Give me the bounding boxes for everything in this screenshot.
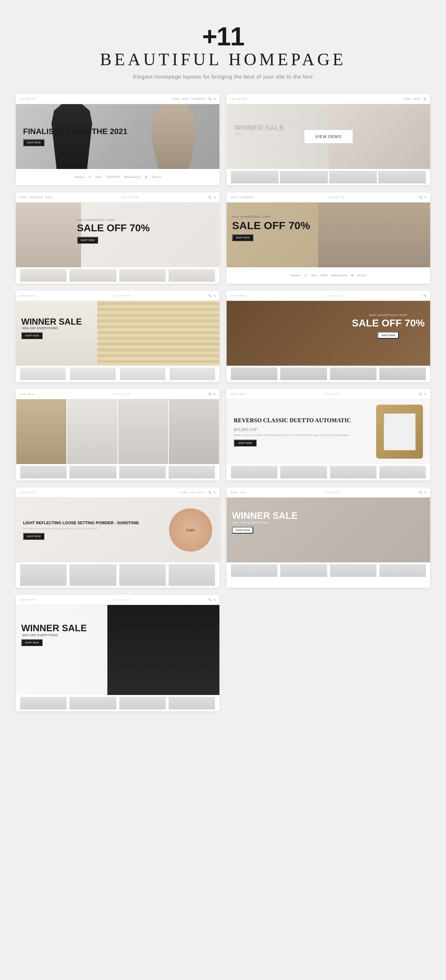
card-10-shop-button[interactable]: SHOP NOW bbox=[232, 527, 253, 534]
card-5-footer-img-3 bbox=[120, 368, 166, 380]
card-9-shop-button[interactable]: SHOP NOW bbox=[23, 533, 44, 540]
card-9-nav-icons: 🔍 🛍 bbox=[208, 491, 216, 494]
card-7-photo-1 bbox=[16, 399, 66, 464]
card-8-footer-img-1 bbox=[231, 466, 277, 479]
card-7-nav-icons: 🔍 🛍 bbox=[208, 393, 216, 396]
card-6-nav-links: SHOP BLOG bbox=[230, 294, 246, 297]
search-icon: 🔍 bbox=[208, 196, 212, 199]
card-6-headline: SALE OFF 70% bbox=[352, 318, 425, 329]
card-4-nav-links: SHOP LOOKBOOK bbox=[230, 196, 254, 199]
view-demo-button[interactable]: VIEW DEMO bbox=[304, 130, 353, 143]
card-5-footer bbox=[16, 366, 220, 382]
card-10-footer bbox=[226, 562, 430, 579]
card-9-product-name: LIGHT REFLECTING LOOSE SETTING POWDER - … bbox=[23, 520, 169, 525]
card-11-footer bbox=[16, 695, 220, 711]
card-2-winner-text: WINNER SALE -30% bbox=[234, 124, 284, 136]
homepage-card-9: JULIETTE HOME SHOP BLOG 🔍 🛍 LIGHT REFLEC… bbox=[16, 487, 220, 588]
card-3-hero: BASIC ASYMMETRICAL T-SHIRT SALE OFF 70% … bbox=[16, 202, 220, 267]
homepage-card-2: JULIETTE HOME SHOP 🔍 WINNER SALE -30% VI… bbox=[226, 94, 430, 185]
card-6-shop-button[interactable]: SHOP NOW bbox=[378, 332, 399, 339]
card-8-nav: SHOP BLOG JULIETTE 🔍 🛍 bbox=[226, 389, 430, 399]
card-1-hero: FINALISTS FROM THE 2021 SHOP NOW bbox=[16, 104, 220, 169]
card-2-nav-icons: 🔍 bbox=[423, 98, 427, 100]
card-3-nav-icons: 🔍 🛍 bbox=[208, 196, 216, 199]
card-5-shop-button[interactable]: SHOP NOW bbox=[21, 332, 43, 339]
homepage-card-5: SHOP BLOG JULIETTE 🔍 🛍 WINNER SALE -30% … bbox=[16, 291, 220, 382]
brand-3: Helio bbox=[96, 175, 102, 179]
hero-title: BEAUTIFUL HOMEPAGE bbox=[100, 49, 346, 69]
card-4-shop-button[interactable]: SHOP NOW bbox=[232, 234, 253, 241]
card-9-powder-image: NARS bbox=[169, 508, 212, 552]
card-7-hero bbox=[16, 399, 220, 464]
brand-7: ZELDA bbox=[152, 175, 161, 179]
bag-icon: 🛍 bbox=[424, 491, 427, 494]
card-5-footer-img-2 bbox=[70, 368, 115, 380]
brand-x: ⊠ bbox=[351, 274, 354, 277]
card-2-logo: JULIETTE bbox=[230, 98, 247, 100]
brand-simone: Simonne bbox=[290, 274, 300, 277]
card-9-footer bbox=[16, 562, 220, 588]
card-10-nav-icons: 🔍 🛍 bbox=[419, 491, 427, 494]
card-10-headline: WINNER SALE bbox=[232, 511, 298, 521]
card-2-footer-img-2 bbox=[280, 171, 328, 183]
card-8-footer bbox=[226, 464, 430, 480]
card-4-model bbox=[318, 202, 430, 267]
card-10-nav-links: HOME SHOP bbox=[230, 491, 247, 494]
card-1-model-right bbox=[148, 104, 199, 169]
card-3-footer bbox=[16, 267, 220, 283]
card-1-shop-button[interactable]: SHOP NOW bbox=[23, 140, 44, 146]
bag-icon: 🛍 bbox=[213, 393, 216, 396]
card-1-nav-icons: 🔍 🛍 bbox=[208, 98, 216, 100]
card-11-shop-button[interactable]: SHOP NOW bbox=[21, 639, 43, 646]
card-8-footer-img-4 bbox=[379, 466, 426, 479]
grid-container: JULIETTE HOME SHOP LOOKBOOK 🔍 🛍 FINALIST… bbox=[16, 94, 430, 711]
card-3-nav: SHOP LOOKBOOK BLOG JULIETTE 🔍 🛍 bbox=[16, 192, 220, 202]
card-9-nav-links: HOME SHOP BLOG bbox=[180, 491, 205, 494]
card-8-product-text: REVERSO CLASSIC DUETTO AUTOMATIC $25,800… bbox=[234, 417, 376, 447]
card-7-footer-img-3 bbox=[119, 466, 166, 479]
card-10-footer-img-4 bbox=[379, 564, 426, 577]
card-11-footer-img-3 bbox=[119, 697, 166, 710]
card-11-nav: SHOP BLOG JULIETTE 🔍 🛍 bbox=[16, 595, 220, 605]
card-8-product-name: REVERSO CLASSIC DUETTO AUTOMATIC bbox=[234, 417, 369, 425]
hero-section: +11 BEAUTIFUL HOMEPAGE Elegant homepage … bbox=[100, 22, 346, 80]
card-4-headline: SALE OFF 70% bbox=[232, 220, 310, 231]
card-8-hero: REVERSO CLASSIC DUETTO AUTOMATIC $25,800… bbox=[226, 399, 430, 464]
card-7-photo-3 bbox=[118, 399, 168, 464]
card-6-nav-icons: 🔍 bbox=[423, 294, 427, 297]
card-11-footer-img-1 bbox=[20, 697, 67, 710]
homepage-card-1: JULIETTE HOME SHOP LOOKBOOK 🔍 🛍 FINALIST… bbox=[16, 94, 220, 185]
card-3-small-label: BASIC ASYMMETRICAL T-SHIRT bbox=[77, 219, 150, 221]
bag-icon: 🛍 bbox=[213, 294, 216, 297]
card-4-small-label: BASIC ASYMMETRICAL T-SHIRT bbox=[232, 215, 310, 218]
card-4-sale-text: BASIC ASYMMETRICAL T-SHIRT SALE OFF 70% … bbox=[232, 215, 310, 241]
hero-subtitle: Elegant homepage layouts for bringing th… bbox=[100, 73, 346, 80]
card-2-footer-img-4 bbox=[378, 171, 426, 183]
bag-icon: 🛍 bbox=[424, 393, 427, 396]
card-11-footer-img-4 bbox=[169, 697, 215, 710]
card-8-description: Water-resistant automatic Swiss timepiec… bbox=[234, 433, 369, 437]
card-9-logo: JULIETTE bbox=[19, 491, 37, 494]
card-5-nav-icons: 🔍 🛍 bbox=[208, 294, 216, 297]
card-7-nav-links: SHOP BLOG bbox=[19, 393, 35, 396]
card-8-nav-icons: 🔍 🛍 bbox=[419, 393, 427, 396]
card-3-shop-button[interactable]: SHOP NOW bbox=[77, 237, 98, 243]
search-icon: 🔍 bbox=[208, 393, 212, 396]
card-2-footer-img-3 bbox=[329, 171, 377, 183]
card-4-hero: BASIC ASYMMETRICAL T-SHIRT SALE OFF 70% … bbox=[226, 202, 430, 267]
card-8-logo: JULIETTE bbox=[324, 393, 341, 396]
card-9-footer-img-4 bbox=[169, 564, 215, 586]
card-6-small-label: BASIC ASYMMETRICAL T-SHIRT bbox=[352, 314, 425, 317]
card-5-nav: SHOP BLOG JULIETTE 🔍 🛍 bbox=[16, 291, 220, 301]
card-8-nav-links: SHOP BLOG bbox=[230, 393, 246, 396]
card-8-shop-button[interactable]: SHOP NOW bbox=[234, 439, 256, 446]
brand-6: ⊠ bbox=[145, 175, 147, 179]
card-1-text-overlay: FINALISTS FROM THE 2021 SHOP NOW bbox=[23, 127, 127, 146]
card-4-nav-icons: 🔍 🛍 bbox=[419, 196, 427, 199]
search-icon: 🔍 bbox=[208, 491, 212, 494]
card-10-hero: WINNER SALE -30% OFF EVERYTHING SHOP NOW bbox=[226, 498, 430, 562]
homepage-card-11: SHOP BLOG JULIETTE 🔍 🛍 WINNER SALE -30% … bbox=[16, 595, 220, 711]
card-10-footer-img-1 bbox=[231, 564, 277, 577]
search-icon: 🔍 bbox=[423, 98, 427, 100]
brand-5: Mademoiselle bbox=[124, 175, 140, 179]
